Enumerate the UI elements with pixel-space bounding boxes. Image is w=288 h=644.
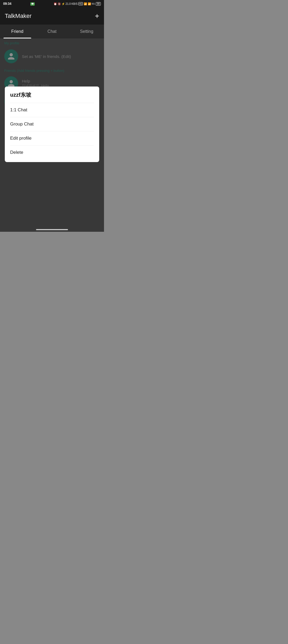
alarm-icon: ⏰: [54, 2, 57, 5]
battery-icon: 98: [96, 2, 101, 6]
app-title: TalkMaker: [5, 13, 31, 19]
home-indicator: [36, 229, 68, 230]
status-msg-icon: 💬: [30, 2, 35, 6]
tabs-bar: Friend Chat Setting: [0, 25, 104, 38]
status-icons: ⏰ 🔇 ⚡ 21.0 KB/S HD 📶 📶 5G 98: [54, 2, 101, 6]
app-header: TalkMaker +: [0, 7, 104, 25]
tab-chat[interactable]: Chat: [35, 25, 69, 38]
context-menu: uzzf东坡 1:1 Chat Group Chat Edit profile …: [5, 87, 99, 162]
hd-icon: HD: [78, 2, 83, 5]
main-content: My profile Set as 'ME' in friends. (Edit…: [0, 38, 104, 232]
add-button[interactable]: +: [95, 12, 99, 20]
context-menu-item-edit-profile[interactable]: Edit profile: [10, 131, 94, 145]
bluetooth-icon: ⚡: [62, 2, 65, 5]
context-menu-title: uzzf东坡: [10, 91, 94, 99]
mute-icon: 🔇: [58, 2, 61, 5]
tab-setting[interactable]: Setting: [69, 25, 104, 38]
5g-icon: 5G: [92, 2, 95, 5]
speed-label: 21.0 KB/S: [66, 2, 78, 5]
tab-friend[interactable]: Friend: [0, 25, 35, 38]
context-menu-item-one-on-one-chat[interactable]: 1:1 Chat: [10, 103, 94, 117]
context-menu-item-group-chat[interactable]: Group Chat: [10, 117, 94, 131]
wifi-icon: 📶: [84, 2, 87, 5]
status-time: 09:34: [3, 2, 11, 6]
status-bar: 09:34 💬 ⏰ 🔇 ⚡ 21.0 KB/S HD 📶 📶 5G 98: [0, 0, 104, 7]
context-menu-item-delete[interactable]: Delete: [10, 145, 94, 159]
signal-icon: 📶: [88, 2, 91, 5]
